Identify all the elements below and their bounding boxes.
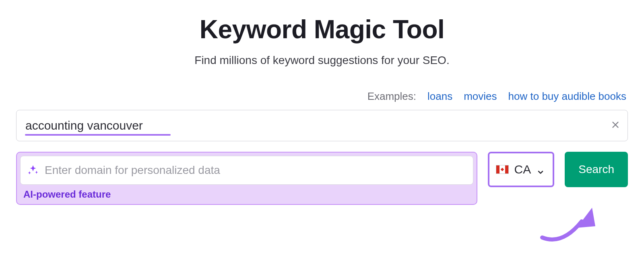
chevron-down-icon — [537, 165, 545, 173]
ai-feature-label: AI-powered feature — [23, 189, 473, 200]
country-select[interactable]: CA — [488, 152, 555, 187]
lower-controls-row: AI-powered feature CA Search — [16, 152, 628, 205]
page-title: Keyword Magic Tool — [16, 14, 628, 44]
country-code: CA — [514, 163, 531, 176]
highlight-underline — [25, 134, 171, 136]
clear-input-icon[interactable] — [611, 120, 620, 131]
keyword-input-wrap — [16, 110, 628, 141]
examples-label: Examples: — [367, 90, 416, 103]
example-link-audible[interactable]: how to buy audible books — [508, 90, 626, 103]
example-link-movies[interactable]: movies — [464, 90, 497, 103]
domain-panel: AI-powered feature — [16, 152, 477, 205]
domain-input-wrap — [20, 156, 473, 185]
examples-row: Examples: loans movies how to buy audibl… — [16, 90, 626, 103]
example-link-loans[interactable]: loans — [427, 90, 452, 103]
flag-ca-icon — [496, 165, 509, 174]
keyword-input[interactable] — [16, 110, 628, 141]
page-subtitle: Find millions of keyword suggestions for… — [16, 54, 628, 67]
sparkle-icon — [27, 164, 39, 176]
svg-marker-2 — [577, 208, 595, 228]
search-button[interactable]: Search — [565, 152, 628, 187]
domain-input[interactable] — [45, 164, 466, 177]
